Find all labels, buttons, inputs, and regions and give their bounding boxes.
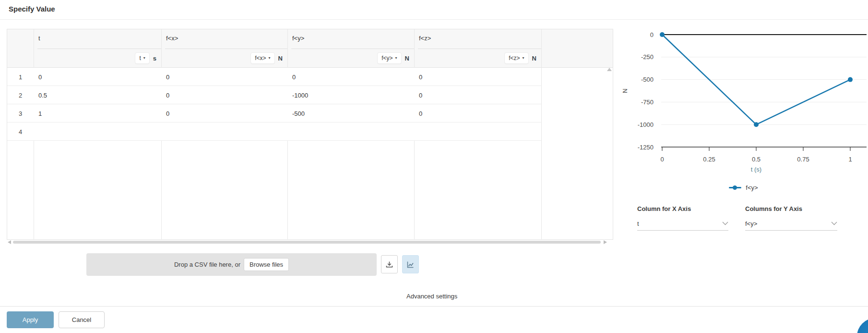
svg-text:-750: -750 [641,99,654,106]
svg-text:0.5: 0.5 [752,156,761,163]
csv-table-viewport: t f<x> f<y> f<z> t ▾ s f<x> ▾ N f<y> [7,29,613,240]
x-axis-column-selector-group: Column for X Axis t [637,205,728,231]
apply-button[interactable]: Apply [7,311,54,328]
caret-down-icon: ▾ [143,56,145,60]
svg-text:-1250: -1250 [638,144,654,151]
cell-fx[interactable]: 0 [166,86,169,104]
chevron-down-icon [722,222,728,225]
csv-dropzone[interactable]: Drop a CSV file here, or Browse files [86,253,377,276]
caret-down-icon: ▾ [523,56,524,60]
svg-text:0.75: 0.75 [797,156,809,163]
scroll-up-arrow[interactable] [607,68,612,71]
unit-selector-fz[interactable]: f<z> ▾ [504,52,528,64]
unit-selector-fy[interactable]: f<y> ▾ [377,52,401,64]
row-number: 1 [7,68,34,86]
y-axis-column-selector-group: Columns for Y Axis f<y> [745,205,837,231]
unit-selector-fy-value: f<y> [381,55,392,62]
unit-selector-t[interactable]: t ▾ [135,52,149,64]
x-axis-column-select[interactable]: t [637,217,728,231]
unit-selector-t-value: t [139,55,141,62]
caret-down-icon: ▾ [269,56,271,60]
browse-files-button[interactable]: Browse files [244,258,289,271]
table-row: 4 [7,123,541,141]
cell-t[interactable]: 1 [38,104,42,123]
svg-text:-250: -250 [641,53,654,61]
y-axis-selector-label: Columns for Y Axis [745,205,837,212]
footer-divider [0,306,868,307]
advanced-settings-link[interactable]: Advanced settings [406,293,457,300]
unit-label-fz: N [532,55,536,62]
legend-label: f<y> [746,184,758,191]
legend-marker [729,187,741,188]
x-axis-selector-label: Column for X Axis [637,205,728,212]
dialog-header: Specify Value [0,0,868,20]
cell-fz[interactable]: 0 [419,68,422,86]
page-title: Specify Value [9,5,55,13]
chevron-down-icon [831,222,837,225]
chart-view-toggle-button[interactable] [402,255,419,273]
unit-row-fy: f<y> ▾ N [287,49,414,67]
caret-down-icon: ▾ [395,56,397,60]
row-number: 4 [7,123,34,141]
cell-fz[interactable]: 0 [419,86,422,104]
column-header-fz: f<z> [419,35,431,42]
svg-text:N: N [621,88,629,93]
cancel-button[interactable]: Cancel [59,311,105,328]
unit-selector-fx-value: f<x> [255,55,266,62]
unit-label-t: s [153,55,156,62]
chart-legend[interactable]: f<y> [619,184,868,191]
specify-value-dialog: Specify Value t f<x> f<y> f<z> t ▾ s [0,0,868,333]
row-number: 3 [7,104,34,123]
row-number: 2 [7,86,34,104]
column-header-fx: f<x> [166,35,178,42]
svg-text:-500: -500 [641,76,654,83]
cell-fy[interactable]: -1000 [292,86,308,104]
unit-row-t: t ▾ s [34,49,161,67]
cell-fy[interactable]: -500 [292,104,305,123]
dropzone-text: Drop a CSV file here, or [174,261,240,268]
scroll-right-arrow[interactable] [604,240,607,244]
cell-fy[interactable]: 0 [292,68,296,86]
cell-fx[interactable]: 0 [166,68,169,86]
table-row: 2 0.5 0 -1000 0 [7,86,541,104]
horizontal-scrollbar-thumb[interactable] [13,241,601,244]
cell-t[interactable]: 0 [38,68,42,86]
column-divider [541,29,542,239]
download-csv-button[interactable] [381,255,398,273]
unit-label-fy: N [405,55,409,62]
cell-fx[interactable]: 0 [166,104,169,123]
column-header-fy: f<y> [292,35,304,42]
fy-line-chart: 0-250-500-750-1000-125000.250.50.751t (s… [619,26,868,185]
cell-fz[interactable]: 0 [419,104,422,123]
unit-selector-fz-value: f<z> [509,55,520,62]
table-row: 1 0 0 0 0 [7,68,541,86]
svg-text:0: 0 [660,156,664,163]
y-axis-selected-value: f<y> [745,220,757,227]
line-chart-icon [406,260,415,269]
y-axis-column-select[interactable]: f<y> [745,217,837,231]
unit-row-fz: f<z> ▾ N [414,49,541,67]
cell-t[interactable]: 0.5 [38,86,47,104]
svg-text:0: 0 [650,31,654,38]
unit-selector-fx[interactable]: f<x> ▾ [250,52,274,64]
scroll-left-arrow[interactable] [8,240,11,244]
table-row: 3 1 0 -500 0 [7,104,541,123]
help-chat-bubble[interactable] [857,318,868,333]
svg-text:t (s): t (s) [751,166,761,173]
unit-row-fx: f<x> ▾ N [161,49,287,67]
svg-text:1: 1 [848,156,852,163]
svg-text:0.25: 0.25 [703,156,715,163]
download-icon [385,260,393,269]
column-header-t: t [38,35,40,42]
x-axis-selected-value: t [637,220,639,227]
svg-text:-1000: -1000 [638,121,654,128]
unit-label-fx: N [278,55,283,62]
legend-marker-dot [733,185,737,190]
